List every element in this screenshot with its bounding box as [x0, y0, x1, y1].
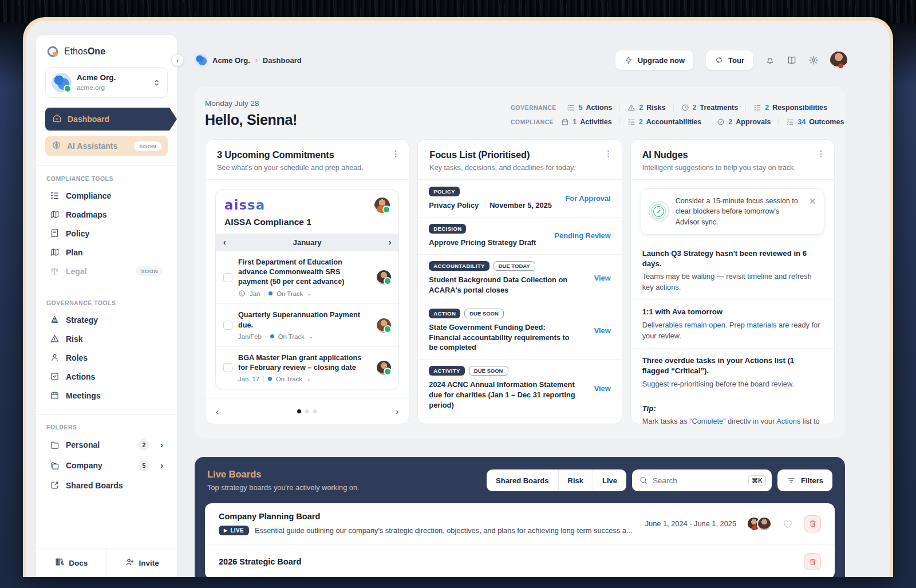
board-name[interactable]: Company Planning Board [219, 512, 633, 521]
chevron-right-icon[interactable]: › [160, 461, 163, 470]
stat-responsibilities[interactable]: 2Responsibilities [745, 104, 835, 112]
board-row[interactable]: 2026 Strategic Board [205, 544, 835, 577]
board-name[interactable]: 2026 Strategic Board [219, 557, 301, 566]
nudge-tip: Tip: Mark tasks as “Complete” directly i… [631, 397, 834, 424]
board-row[interactable]: Company Planning Board ▶LIVE Essential g… [205, 503, 835, 544]
sidebar-item-company-folder[interactable]: Company 5 › [45, 455, 168, 476]
sidebar-item-roadmaps[interactable]: Roadmaps [45, 205, 168, 224]
delete-trash-icon[interactable] [804, 553, 821, 570]
calendar-icon [561, 118, 569, 126]
month-navigator: ‹ January › [216, 234, 398, 251]
sidebar-item-compliance[interactable]: Compliance [45, 186, 168, 205]
chevron-down-icon[interactable]: ⌄ [307, 290, 311, 297]
kebab-menu-icon[interactable]: ⋮ [392, 149, 400, 158]
settings-gear-icon[interactable] [808, 55, 819, 65]
upgrade-button[interactable]: Upgrade now [615, 50, 694, 70]
carousel-next-icon[interactable]: › [396, 407, 398, 416]
map-icon [50, 247, 60, 257]
chevron-left-icon[interactable]: ‹ [223, 238, 226, 247]
sidebar-item-personal-folder[interactable]: Personal 2 › [45, 435, 168, 455]
stat-treatments[interactable]: 2Treatments [673, 104, 746, 112]
sidebar-item-meetings[interactable]: Meetings [45, 386, 168, 405]
sidebar-item-shared-boards[interactable]: Shared Boards [45, 476, 168, 495]
breadcrumb-org[interactable]: Acme Org. [212, 56, 250, 65]
kebab-menu-icon[interactable]: ⋮ [817, 149, 825, 158]
sidebar-item-policy[interactable]: Policy [45, 224, 168, 243]
card-subtitle: Intelligent suggestions to help you stay… [642, 164, 823, 172]
calendar-icon [50, 390, 60, 400]
kebab-menu-icon[interactable]: ⋮ [605, 149, 613, 158]
stat-risks[interactable]: 2Risks [619, 104, 673, 112]
warning-triangle-icon [627, 104, 635, 112]
ai-nudges-card: AI Nudges Intelligent suggestions to hel… [630, 139, 835, 424]
favorite-heart-icon[interactable] [782, 518, 793, 530]
card-title: AI Nudges [642, 149, 823, 160]
stat-outcomes[interactable]: 34Outcomes [778, 118, 851, 126]
chevron-right-icon[interactable]: › [389, 238, 392, 247]
book-icon [50, 228, 60, 238]
tour-label: Tour [728, 56, 744, 65]
upcoming-commitments-card: 3 Upcoming Commitments See what's on you… [205, 139, 409, 424]
focus-title: Approve Pricing Strategy Draft [429, 238, 536, 248]
compliance-label: COMPLIANCE [511, 119, 554, 125]
sidebar-item-ai-assistants[interactable]: AI Assistants SOON [45, 136, 168, 156]
carousel-prev-icon[interactable]: ‹ [216, 407, 219, 416]
lightning-icon [624, 56, 633, 65]
tab-shared-boards[interactable]: Shared Boards [487, 469, 558, 491]
focus-action-link[interactable]: For Approval [566, 194, 611, 203]
status-label[interactable]: On Track [278, 333, 305, 340]
sidebar-item-legal[interactable]: Legal SOON [45, 262, 168, 281]
focus-action-link[interactable]: View [594, 326, 611, 335]
tab-live[interactable]: Live [593, 469, 626, 491]
focus-action-link[interactable]: Pending Review [555, 231, 611, 240]
sidebar-item-actions[interactable]: Actions [45, 367, 168, 386]
home-icon [52, 113, 62, 125]
breadcrumb-page[interactable]: Dashboard [263, 56, 302, 65]
tab-risk[interactable]: Risk [558, 469, 593, 491]
checkbox[interactable] [223, 321, 232, 330]
focus-action-link[interactable]: View [594, 384, 611, 393]
checkbox[interactable] [223, 363, 232, 372]
org-switcher[interactable]: Acme Org. acme.org [45, 67, 168, 98]
stat-approvals[interactable]: 2Approvals [709, 118, 778, 126]
focus-action-link[interactable]: View [594, 274, 611, 282]
nudge-title: Three overdue tasks in your Actions list… [642, 356, 823, 376]
delete-trash-icon[interactable] [804, 515, 821, 532]
stat-accountabilities[interactable]: 2Accountabilities [619, 118, 709, 126]
chevron-down-icon[interactable]: ⌄ [309, 333, 313, 340]
sidebar-item-strategy[interactable]: Strategy [45, 310, 168, 329]
carousel-dots[interactable] [297, 409, 317, 413]
invite-button[interactable]: Invite [106, 548, 177, 577]
tour-button[interactable]: Tour [705, 50, 753, 70]
sidebar-item-plan[interactable]: Plan [45, 243, 168, 262]
focus-item: ACTIVITY DUE SOON 2024 ACNC Annual Infor… [418, 359, 621, 417]
stat-activities[interactable]: 1Activities [554, 118, 619, 126]
stat-actions[interactable]: 5Actions [559, 104, 619, 112]
chevron-down-icon[interactable]: ⌄ [306, 376, 311, 382]
notifications-bell-icon[interactable] [765, 55, 775, 65]
commitment-date: Jan [250, 290, 260, 297]
checklist-icon [627, 118, 635, 126]
map-icon [50, 210, 60, 219]
docs-book-icon[interactable] [787, 55, 797, 65]
type-badge: MEETING [429, 424, 464, 424]
sidebar-collapse-button[interactable]: ‹ [171, 54, 184, 66]
type-badge: ACTION [429, 309, 460, 318]
filters-button[interactable]: Filters [777, 469, 832, 491]
close-icon[interactable]: ✕ [809, 196, 816, 207]
focus-title: Privacy Policy [429, 200, 479, 211]
status-label[interactable]: On Track [277, 290, 303, 297]
pyramid-icon [50, 315, 60, 325]
search-input[interactable] [653, 476, 744, 485]
check-square-icon [50, 372, 60, 381]
status-label[interactable]: On Track [276, 376, 302, 382]
user-avatar[interactable] [830, 52, 847, 69]
checkbox[interactable] [223, 273, 232, 282]
aissa-board-preview[interactable]: aissa AISSA Compliance 1 ‹ January › [215, 190, 399, 389]
sidebar-item-dashboard[interactable]: Dashboard [45, 108, 177, 131]
sidebar-item-risk[interactable]: Risk [45, 329, 168, 348]
type-badge: ACCOUNTABILITY [429, 261, 489, 271]
docs-button[interactable]: Docs [36, 548, 106, 577]
sidebar-item-roles[interactable]: Roles [45, 348, 168, 367]
chevron-right-icon[interactable]: › [160, 440, 163, 449]
